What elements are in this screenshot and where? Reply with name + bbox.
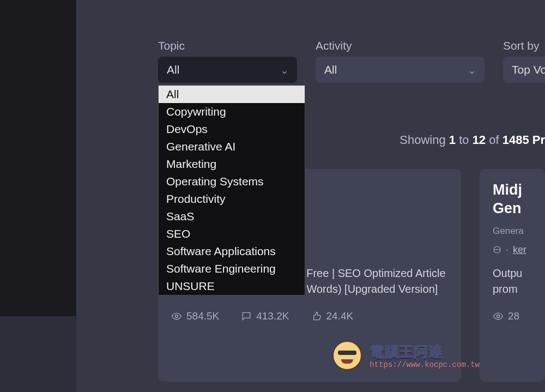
eye-icon: [493, 311, 504, 322]
topic-option-operating-systems[interactable]: Operating Systems: [159, 173, 305, 190]
likes-value: 24.4K: [326, 310, 353, 322]
chevron-down-icon: [281, 66, 288, 74]
views-stat: 584.5K: [171, 310, 219, 322]
main-content: Topic All All Copywriting DevOps Generat…: [76, 0, 545, 392]
views-value: 584.5K: [186, 310, 219, 322]
side-sep: ·: [506, 244, 508, 256]
topic-option-seo[interactable]: SEO: [159, 225, 305, 243]
svg-point-1: [175, 315, 178, 317]
side-title: Midj Gen: [493, 181, 532, 218]
comments-stat: 413.2K: [241, 310, 289, 322]
prompt-stats: 584.5K 413.2K 24.4K: [171, 310, 448, 322]
result-of: of: [486, 133, 502, 147]
filter-activity: Activity All: [316, 39, 485, 83]
filter-topic: Topic All All Copywriting DevOps Generat…: [158, 39, 297, 83]
result-mid: to: [456, 133, 473, 147]
filter-sort: Sort by Top Vote: [503, 39, 545, 83]
chat-icon: [241, 311, 252, 322]
svg-point-3: [497, 315, 500, 317]
filter-bar: Topic All All Copywriting DevOps Generat…: [158, 39, 545, 83]
thumbs-up-icon: [311, 311, 322, 322]
topic-option-devops[interactable]: DevOps: [159, 120, 305, 138]
side-meta: · ker: [493, 244, 532, 256]
left-sidebar: [0, 0, 76, 316]
chevron-down-icon: [468, 66, 476, 74]
activity-select-value: All: [324, 63, 337, 76]
side-author[interactable]: ker: [513, 244, 526, 256]
topic-option-software-engineering[interactable]: Software Engineering: [159, 260, 305, 278]
topic-option-software-applications[interactable]: Software Applications: [159, 243, 305, 260]
topic-option-generative-ai[interactable]: Generative AI: [159, 138, 305, 155]
activity-label: Activity: [316, 39, 485, 52]
activity-select[interactable]: All: [316, 57, 485, 83]
sort-select-value: Top Vote: [512, 63, 545, 76]
result-to: 12: [473, 133, 486, 147]
topic-option-copywriting[interactable]: Copywriting: [159, 103, 305, 120]
topic-option-unsure[interactable]: UNSURE: [159, 278, 305, 295]
result-prefix: Showing: [399, 133, 449, 147]
sort-label: Sort by: [503, 39, 545, 52]
topic-option-saas[interactable]: SaaS: [159, 208, 305, 225]
globe-icon: [493, 245, 501, 254]
result-count: Showing 1 to 12 of 1485 Pr: [399, 133, 545, 147]
topic-option-all[interactable]: All: [159, 86, 305, 103]
side-desc: Outpu prom: [493, 266, 532, 297]
side-views-value: 28: [508, 310, 519, 322]
comments-value: 413.2K: [256, 310, 289, 322]
result-from: 1: [449, 133, 456, 147]
topic-select-value: All: [167, 63, 179, 76]
topic-dropdown[interactable]: All Copywriting DevOps Generative AI Mar…: [158, 85, 305, 295]
sort-select[interactable]: Top Vote: [503, 57, 545, 83]
side-desc-l1: Outpu: [493, 267, 522, 279]
eye-icon: [171, 311, 182, 322]
topic-select[interactable]: All: [158, 57, 297, 83]
topic-option-productivity[interactable]: Productivity: [159, 190, 305, 208]
likes-stat: 24.4K: [311, 310, 353, 322]
side-title-l1: Midj: [493, 182, 522, 198]
topic-label: Topic: [158, 39, 297, 52]
topic-option-marketing[interactable]: Marketing: [159, 155, 305, 173]
side-title-l2: Gen: [493, 200, 522, 216]
result-total: 1485: [502, 133, 529, 147]
side-views-stat: 28: [493, 310, 519, 322]
side-category: Genera: [493, 226, 532, 237]
prompt-card-side[interactable]: Midj Gen Genera · ker Outpu prom: [480, 169, 545, 382]
side-desc-l2: prom: [493, 283, 518, 295]
result-suffix: Pr: [529, 133, 545, 147]
side-stats: 28: [493, 310, 532, 322]
